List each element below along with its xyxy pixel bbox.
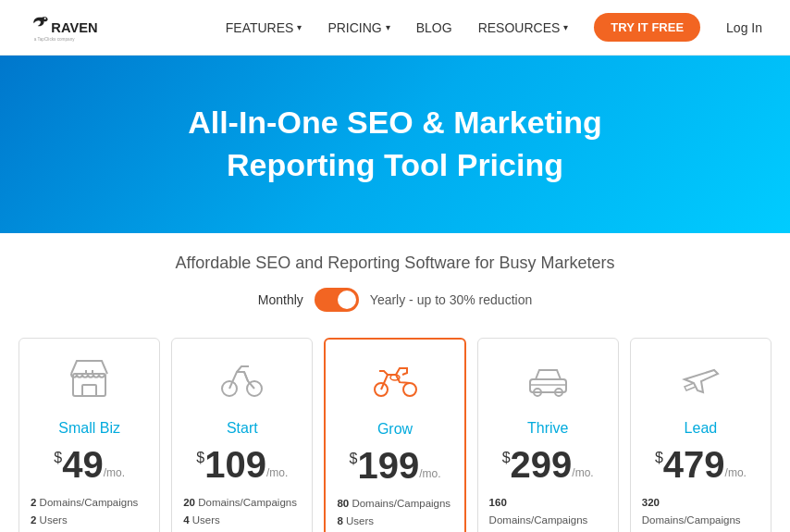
navigation: RAVEN a TapClicks company FEATURES ▾ PRI…: [0, 0, 790, 56]
plan-price: $ 199 /mo.: [350, 447, 441, 484]
nav-links: FEATURES ▾ PRICING ▾ BLOG RESOURCES ▾ TR…: [226, 13, 762, 42]
plan-price: $ 49 /mo.: [54, 446, 125, 483]
plan-name: Lead: [685, 420, 718, 437]
plan-features: 80 Domains/Campaigns 8 Users 20,000 Posi…: [337, 495, 452, 532]
hero-section: All-In-One SEO & Marketing Reporting Too…: [0, 56, 790, 233]
plan-features: 2 Domains/Campaigns 2 Users 1,500 Positi…: [31, 494, 148, 532]
car-icon: [523, 353, 574, 413]
plan-features: 20 Domains/Campaigns 4 Users 15,000 Posi…: [183, 494, 301, 532]
price-period: /mo.: [725, 466, 747, 479]
bike-icon: [216, 353, 267, 413]
blog-nav-link[interactable]: BLOG: [416, 20, 452, 35]
pricing-card-lead: Lead $ 479 /mo. 320 Domains/Campaigns 40…: [630, 338, 771, 532]
pricing-arrow-icon: ▾: [386, 22, 390, 32]
plan-price: $ 109 /mo.: [196, 446, 288, 483]
resources-nav-link[interactable]: RESOURCES ▾: [478, 20, 569, 35]
logo: RAVEN a TapClicks company: [28, 9, 102, 46]
price-amount: 49: [62, 446, 104, 483]
plan-name: Small Biz: [58, 420, 120, 437]
svg-point-11: [403, 383, 416, 396]
try-it-free-nav-button[interactable]: TRY IT FREE: [594, 13, 700, 42]
currency-symbol: $: [54, 450, 62, 466]
currency-symbol: $: [655, 450, 663, 466]
svg-text:RAVEN: RAVEN: [51, 19, 97, 34]
price-amount: 299: [511, 446, 573, 483]
price-period: /mo.: [104, 466, 125, 479]
page-subtitle: Affordable SEO and Reporting Software fo…: [0, 254, 790, 273]
currency-symbol: $: [502, 450, 511, 466]
store-icon: [64, 353, 115, 413]
features-arrow-icon: ▾: [297, 22, 302, 32]
moto-icon: [370, 354, 421, 414]
plan-price: $ 299 /mo.: [502, 446, 594, 483]
billing-toggle-row: Monthly Yearly - up to 30% reduction: [0, 288, 790, 312]
pricing-card-small-biz: Small Biz $ 49 /mo. 2 Domains/Campaigns …: [19, 338, 160, 532]
pricing-card-thrive: Thrive $ 299 /mo. 160 Domains/Campaigns …: [477, 338, 619, 532]
monthly-label: Monthly: [258, 292, 303, 307]
plan-price: $ 479 /mo.: [655, 446, 747, 483]
price-amount: 109: [204, 446, 266, 483]
price-amount: 199: [357, 447, 419, 484]
features-nav-link[interactable]: FEATURES ▾: [226, 20, 302, 35]
hero-title: All-In-One SEO & Marketing Reporting Too…: [28, 102, 762, 187]
plan-name: Grow: [377, 421, 413, 438]
yearly-label: Yearly - up to 30% reduction: [370, 292, 532, 307]
price-amount: 479: [663, 446, 725, 483]
resources-arrow-icon: ▾: [563, 22, 568, 32]
pricing-nav-link[interactable]: PRICING ▾: [327, 20, 389, 35]
plane-icon: [675, 353, 726, 413]
pricing-card-grow: Grow $ 199 /mo. 80 Domains/Campaigns 8 U…: [324, 338, 465, 532]
currency-symbol: $: [350, 451, 358, 467]
price-period: /mo.: [419, 467, 440, 480]
plan-features: 320 Domains/Campaigns 40 Users 30,000 Po…: [642, 494, 759, 532]
plan-name: Thrive: [527, 420, 568, 437]
currency-symbol: $: [196, 450, 204, 466]
login-link[interactable]: Log In: [726, 20, 762, 35]
pricing-cards: Small Biz $ 49 /mo. 2 Domains/Campaigns …: [0, 338, 790, 532]
price-period: /mo.: [572, 466, 593, 479]
price-period: /mo.: [266, 466, 288, 479]
svg-point-1: [44, 18, 46, 19]
pricing-card-start: Start $ 109 /mo. 20 Domains/Campaigns 4 …: [171, 338, 313, 532]
plan-name: Start: [227, 420, 258, 437]
svg-rect-4: [82, 385, 96, 396]
svg-line-9: [244, 372, 248, 381]
billing-toggle[interactable]: [315, 288, 359, 312]
plan-features: 160 Domains/Campaigns 20 Users 25,000 Po…: [489, 494, 607, 532]
svg-text:a TapClicks company: a TapClicks company: [34, 37, 76, 42]
